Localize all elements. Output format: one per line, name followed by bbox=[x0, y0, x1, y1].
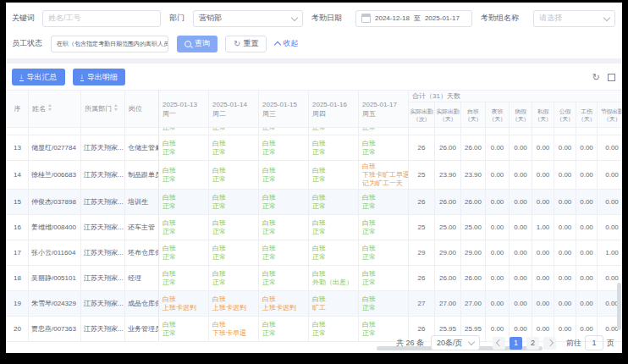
col-header-label: 岗位 bbox=[129, 105, 142, 113]
day-status-cell: 白班正常 bbox=[209, 161, 259, 190]
summary-value-cell: 0.00 bbox=[532, 266, 554, 291]
date-range-picker[interactable]: 2024-12-18 至 2025-01-17 bbox=[355, 10, 472, 27]
goto-page-input[interactable]: 1 bbox=[585, 335, 603, 350]
day-status-cell: 正常 bbox=[159, 128, 209, 135]
table-row[interactable]: 14徐桂兰/006683江苏天翔家...制品跟单员白班正常白班正常白班正常白班正… bbox=[7, 161, 623, 190]
export-detail-button[interactable]: ↓ 导出明细 bbox=[73, 69, 126, 85]
page-size-select[interactable]: 20条/页 bbox=[431, 335, 480, 350]
status-line: 正常 bbox=[362, 253, 405, 262]
export-summary-button[interactable]: ↓ 导出汇总 bbox=[12, 69, 65, 85]
status-line: 上班卡迟到 bbox=[163, 304, 206, 312]
date-col-header-2025-01-13: 2025-01-13周一 bbox=[159, 91, 209, 128]
day-status-cell: 白班正常 bbox=[159, 190, 209, 215]
day-status-cell: 白班正常 bbox=[209, 190, 259, 215]
status-line: 正常 bbox=[312, 202, 355, 211]
next-page-button[interactable] bbox=[543, 337, 556, 350]
partial-row: 正常正常正常正常正常 bbox=[7, 128, 623, 135]
summary-value-cell: 0.00 bbox=[510, 240, 532, 266]
status-line: 正常 bbox=[212, 279, 256, 287]
summary-value-cell: 29.00 bbox=[435, 240, 461, 266]
day-status-cell: 正常 bbox=[359, 128, 409, 135]
page-button-2[interactable]: 2 bbox=[526, 337, 539, 350]
day-status-cell: 白班正常 bbox=[159, 215, 209, 240]
table-row[interactable]: 15仲俊杰/037898江苏天翔家...培训生白班正常白班正常白班正常白班正常白… bbox=[7, 190, 623, 215]
table-row[interactable]: 17张小云/011604江苏天翔家...坯布仓库保...白班正常白班正常白班正常… bbox=[7, 240, 623, 266]
fullscreen-icon[interactable] bbox=[608, 74, 615, 81]
date-col-header-2025-01-14: 2025-01-14周二 bbox=[209, 91, 259, 128]
keyword-input[interactable]: 姓名/工号 bbox=[42, 10, 161, 27]
day-status-cell: 白班正常 bbox=[159, 317, 209, 342]
sort-icon[interactable] bbox=[48, 104, 52, 111]
collapse-link[interactable]: 收起 bbox=[275, 38, 298, 49]
status-line: 旷工 bbox=[312, 304, 355, 312]
status-line: 正常 bbox=[362, 228, 405, 236]
summary-value-cell: 0.00 bbox=[598, 135, 623, 161]
attendance-group-select[interactable]: 请选择 bbox=[533, 10, 615, 27]
day-status-cell: 白班正常 bbox=[259, 215, 309, 240]
department-cell: 江苏天翔家... bbox=[81, 317, 125, 342]
col-header-2[interactable]: 所属部门 bbox=[81, 91, 125, 128]
summary-col-header-6: 公假（天） bbox=[554, 102, 576, 128]
page-button-1[interactable]: 1 bbox=[510, 337, 522, 350]
keyword-label: 关键词 bbox=[12, 13, 37, 24]
employee-status-select[interactable]: 在职（包含指定考勤日期范围内的离职人员） bbox=[51, 36, 168, 52]
status-line: 正常 bbox=[362, 148, 405, 157]
department-cell: 江苏天翔家... bbox=[81, 135, 125, 161]
status-line: 白班 bbox=[262, 194, 306, 202]
sort-icon[interactable] bbox=[114, 104, 118, 111]
date-start: 2024-12-18 bbox=[375, 14, 410, 22]
col-header-3: 岗位 bbox=[125, 91, 159, 128]
summary-value-cell: 0.00 bbox=[486, 215, 510, 240]
refresh-icon[interactable]: ↻ bbox=[592, 73, 600, 82]
summary-value-cell: 0.00 bbox=[576, 266, 598, 291]
summary-value-cell: 25 bbox=[409, 215, 435, 240]
day-status-cell: 白班正常 bbox=[159, 135, 209, 161]
day-status-cell: 白班正常 bbox=[159, 161, 209, 190]
download-icon: ↓ bbox=[19, 73, 24, 81]
summary-value-cell: 0.00 bbox=[576, 190, 598, 215]
attendance-table: 序姓名所属部门岗位2025-01-13周一2025-01-14周二2025-01… bbox=[6, 90, 622, 342]
status-line: 白班 bbox=[362, 219, 405, 228]
summary-value-cell: 23.90 bbox=[435, 161, 461, 190]
prev-page-button[interactable] bbox=[493, 337, 505, 350]
col-header-1[interactable]: 姓名 bbox=[29, 91, 81, 128]
chevron-down-icon bbox=[603, 14, 610, 20]
weekday-label: 周一 bbox=[163, 109, 206, 119]
status-line: 上班卡迟到 bbox=[262, 304, 306, 312]
department-label: 部门 bbox=[169, 13, 188, 24]
summary-value-cell: 0.00 bbox=[532, 240, 554, 266]
summary-value-cell bbox=[532, 128, 554, 135]
date-label: 2025-01-15 bbox=[262, 100, 306, 109]
status-line: 白班 bbox=[163, 245, 206, 253]
summary-col-header-7: 工伤（天） bbox=[576, 102, 598, 128]
table-row[interactable]: 18吴丽静/005101江苏天翔家...经理白班正常白班正常白班正常白班外勤（出… bbox=[7, 266, 623, 291]
summary-value-cell: 0.00 bbox=[510, 291, 532, 317]
position-cell: 培训生 bbox=[125, 190, 159, 215]
summary-value-cell: 25 bbox=[409, 161, 435, 190]
search-button[interactable]: 查询 bbox=[177, 36, 218, 52]
status-line: 白班 bbox=[212, 321, 256, 329]
table-row[interactable]: 16姜维维/008400江苏天翔家...还车主管白班正常白班正常白班正常白班正常… bbox=[7, 215, 623, 240]
vertical-scrollbar[interactable] bbox=[617, 283, 621, 330]
search-icon bbox=[185, 41, 191, 47]
status-line: 正常 bbox=[262, 202, 306, 211]
position-cell: 还车主管 bbox=[125, 215, 159, 240]
status-line: 正常 bbox=[262, 148, 306, 157]
summary-value-cell: 29 bbox=[409, 240, 435, 266]
department-select[interactable]: 营销部 bbox=[193, 10, 303, 27]
status-line: 白班 bbox=[262, 270, 306, 279]
table-row[interactable]: 13储显红/027784江苏天翔家...仓储主管兼...白班正常白班正常白班正常… bbox=[7, 135, 623, 161]
reset-button[interactable]: ↻ 重置 bbox=[225, 36, 267, 52]
day-status-cell: 白班正常 bbox=[259, 190, 309, 215]
col-header-0: 序 bbox=[7, 91, 29, 128]
table-row[interactable]: 19朱雪琴/024329江苏天翔家...成品仓库保...白班上班卡迟到白班上班卡… bbox=[7, 291, 623, 317]
col-header-label: 所属部门 bbox=[85, 105, 112, 113]
summary-value-cell bbox=[510, 128, 532, 135]
status-line: 白班 bbox=[163, 140, 206, 148]
status-line: 白班 bbox=[212, 140, 256, 148]
summary-value-cell: 26 bbox=[409, 266, 435, 291]
status-line: 正常 bbox=[262, 228, 306, 236]
summary-value-cell: 26.00 bbox=[435, 190, 461, 215]
summary-value-cell: 0.00 bbox=[486, 190, 510, 215]
day-status-cell: 白班正常 bbox=[259, 266, 309, 291]
